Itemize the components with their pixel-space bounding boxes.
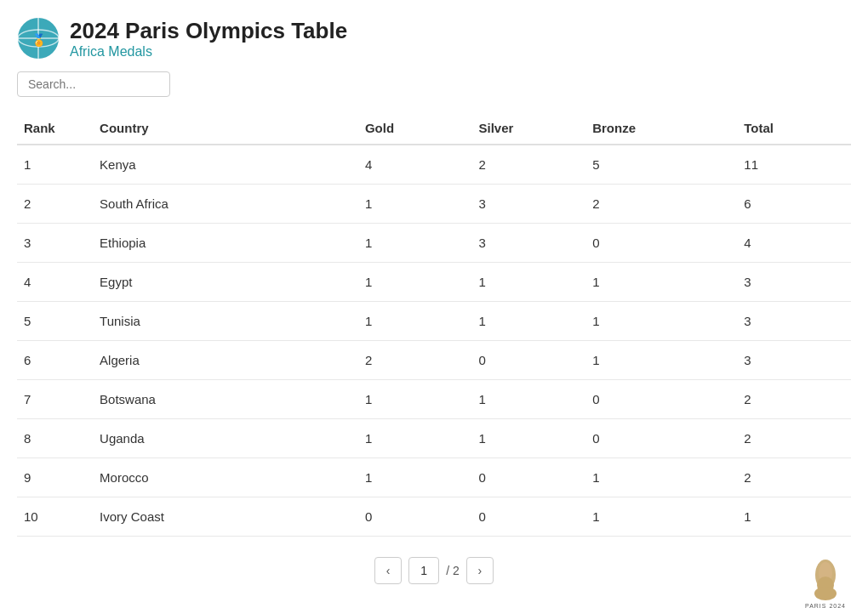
cell-gold: 1: [358, 458, 472, 497]
table-row: 10Ivory Coast0011: [17, 497, 851, 537]
cell-silver: 0: [472, 458, 586, 497]
pagination: ‹ 1 / 2 ›: [17, 557, 851, 584]
cell-total: 2: [737, 419, 851, 458]
cell-gold: 1: [358, 224, 472, 263]
cell-rank: 6: [17, 341, 93, 380]
cell-bronze: 0: [585, 380, 737, 419]
svg-text:PARIS 2024: PARIS 2024: [805, 603, 846, 608]
table-row: 7Botswana1102: [17, 380, 851, 419]
col-header-country: Country: [93, 112, 358, 145]
col-header-silver: Silver: [472, 112, 586, 145]
cell-gold: 1: [358, 185, 472, 224]
cell-gold: 1: [358, 263, 472, 302]
table-row: 3Ethiopia1304: [17, 224, 851, 263]
cell-silver: 0: [472, 341, 586, 380]
cell-gold: 1: [358, 419, 472, 458]
cell-country: Egypt: [93, 263, 358, 302]
table-row: 1Kenya42511: [17, 145, 851, 185]
cell-total: 11: [737, 145, 851, 185]
cell-country: Morocco: [93, 458, 358, 497]
cell-gold: 2: [358, 341, 472, 380]
cell-total: 3: [737, 341, 851, 380]
cell-total: 1: [737, 497, 851, 537]
cell-silver: 1: [472, 419, 586, 458]
search-bar[interactable]: [17, 71, 851, 97]
medals-table: Rank Country Gold Silver Bronze Total 1K…: [17, 112, 851, 537]
table-row: 4Egypt1113: [17, 263, 851, 302]
cell-rank: 4: [17, 263, 93, 302]
next-page-button[interactable]: ›: [466, 557, 494, 584]
cell-silver: 1: [472, 302, 586, 341]
title-block: 2024 Paris Olympics Table Africa Medals: [70, 18, 347, 60]
cell-total: 3: [737, 302, 851, 341]
table-header: Rank Country Gold Silver Bronze Total: [17, 112, 851, 145]
cell-rank: 7: [17, 380, 93, 419]
cell-rank: 8: [17, 419, 93, 458]
table-row: 8Uganda1102: [17, 419, 851, 458]
cell-country: Tunisia: [93, 302, 358, 341]
cell-gold: 1: [358, 380, 472, 419]
site-logo: 🏅: [17, 17, 60, 60]
cell-bronze: 1: [585, 263, 737, 302]
cell-silver: 3: [472, 185, 586, 224]
cell-total: 6: [737, 185, 851, 224]
cell-country: Ivory Coast: [93, 497, 358, 537]
cell-rank: 1: [17, 145, 93, 185]
cell-country: Algeria: [93, 341, 358, 380]
main-title: 2024 Paris Olympics Table: [70, 18, 347, 44]
page-separator: / 2: [446, 564, 460, 577]
cell-country: South Africa: [93, 185, 358, 224]
page-header: 🏅 2024 Paris Olympics Table Africa Medal…: [17, 17, 851, 60]
search-input[interactable]: [17, 71, 170, 97]
paris-olympics-logo: PARIS 2024: [800, 558, 851, 608]
cell-country: Kenya: [93, 145, 358, 185]
cell-total: 4: [737, 224, 851, 263]
cell-bronze: 5: [585, 145, 737, 185]
table-row: 2South Africa1326: [17, 185, 851, 224]
cell-rank: 5: [17, 302, 93, 341]
cell-rank: 2: [17, 185, 93, 224]
cell-gold: 4: [358, 145, 472, 185]
cell-gold: 0: [358, 497, 472, 537]
cell-total: 3: [737, 263, 851, 302]
cell-total: 2: [737, 380, 851, 419]
cell-bronze: 2: [585, 185, 737, 224]
cell-bronze: 0: [585, 419, 737, 458]
table-row: 9Morocco1012: [17, 458, 851, 497]
cell-bronze: 1: [585, 497, 737, 537]
table-row: 6Algeria2013: [17, 341, 851, 380]
table-row: 5Tunisia1113: [17, 302, 851, 341]
cell-total: 2: [737, 458, 851, 497]
svg-text:🏅: 🏅: [31, 33, 47, 48]
cell-country: Uganda: [93, 419, 358, 458]
svg-point-8: [814, 587, 837, 600]
cell-gold: 1: [358, 302, 472, 341]
col-header-total: Total: [737, 112, 851, 145]
prev-page-button[interactable]: ‹: [374, 557, 402, 584]
cell-bronze: 1: [585, 341, 737, 380]
cell-rank: 10: [17, 497, 93, 537]
cell-rank: 9: [17, 458, 93, 497]
current-page: 1: [408, 557, 439, 584]
cell-silver: 0: [472, 497, 586, 537]
cell-silver: 1: [472, 380, 586, 419]
col-header-gold: Gold: [358, 112, 472, 145]
col-header-bronze: Bronze: [585, 112, 737, 145]
cell-bronze: 0: [585, 224, 737, 263]
cell-country: Botswana: [93, 380, 358, 419]
cell-bronze: 1: [585, 302, 737, 341]
paris-logo-svg: PARIS 2024: [800, 558, 851, 608]
cell-country: Ethiopia: [93, 224, 358, 263]
cell-rank: 3: [17, 224, 93, 263]
cell-bronze: 1: [585, 458, 737, 497]
cell-silver: 2: [472, 145, 586, 185]
subtitle: Africa Medals: [70, 44, 347, 60]
cell-silver: 1: [472, 263, 586, 302]
cell-silver: 3: [472, 224, 586, 263]
col-header-rank: Rank: [17, 112, 93, 145]
table-body: 1Kenya425112South Africa13263Ethiopia130…: [17, 145, 851, 537]
